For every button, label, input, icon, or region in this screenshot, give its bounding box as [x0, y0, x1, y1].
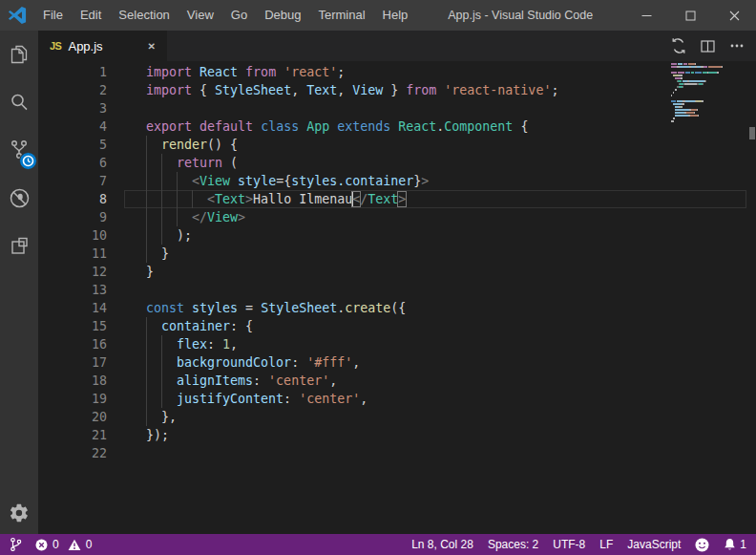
code-editor[interactable]: 1import React from 'react';2import { Sty… — [38, 61, 756, 534]
code-line-13[interactable]: 13 — [38, 281, 756, 299]
line-number[interactable]: 16 — [38, 335, 107, 353]
status-bar: 0 0 Ln 8, Col 28 Spaces: 2 UTF-8 LF Java… — [0, 534, 756, 555]
feedback-smiley-icon[interactable] — [695, 538, 709, 552]
cursor-position[interactable]: Ln 8, Col 28 — [411, 538, 473, 551]
code-line-3[interactable]: 3 — [38, 99, 756, 117]
line-number[interactable]: 6 — [38, 154, 107, 172]
git-branch-icon[interactable] — [10, 537, 22, 552]
window-title: App.js - Visual Studio Code — [416, 9, 624, 22]
window-controls — [624, 0, 756, 31]
code-text: }); — [146, 426, 169, 444]
code-text: backgroundColor: '#fff', — [146, 353, 360, 372]
code-line-21[interactable]: 21}); — [38, 426, 756, 444]
menu-item-debug[interactable]: Debug — [256, 0, 309, 31]
line-number[interactable]: 2 — [38, 81, 107, 99]
minimize-button[interactable] — [624, 0, 668, 31]
code-text: </View> — [146, 208, 245, 226]
code-text: const styles = StyleSheet.create({ — [146, 299, 406, 317]
eol-setting[interactable]: LF — [599, 538, 613, 551]
encoding-setting[interactable]: UTF-8 — [553, 538, 585, 551]
code-line-8[interactable]: 8 <Text>Hallo Ilmenau</Text> — [38, 190, 756, 208]
code-text: flex: 1, — [146, 335, 238, 353]
extensions-icon[interactable] — [0, 223, 38, 268]
code-text: container: { — [146, 317, 253, 335]
code-line-20[interactable]: 20 }, — [38, 408, 756, 426]
menu-item-selection[interactable]: Selection — [110, 0, 178, 31]
split-editor-icon[interactable] — [700, 38, 716, 54]
line-number[interactable]: 13 — [38, 281, 107, 299]
line-number[interactable]: 11 — [38, 245, 107, 263]
code-text: return ( — [146, 154, 238, 172]
code-line-16[interactable]: 16 flex: 1, — [38, 335, 756, 353]
notifications-bell[interactable]: 1 — [724, 538, 746, 552]
bell-icon — [724, 538, 736, 552]
language-mode[interactable]: JavaScript — [627, 538, 681, 551]
code-line-22[interactable]: 22 — [38, 444, 756, 462]
code-line-4[interactable]: 4export default class App extends React.… — [38, 117, 756, 136]
line-number[interactable]: 21 — [38, 426, 107, 444]
overview-ruler-cursor-marker[interactable] — [749, 127, 755, 139]
code-line-12[interactable]: 12} — [38, 263, 756, 281]
code-line-15[interactable]: 15 container: { — [38, 317, 756, 335]
code-line-18[interactable]: 18 alignItems: 'center', — [38, 372, 756, 390]
code-line-19[interactable]: 19 justifyContent: 'center', — [38, 390, 756, 408]
activity-bar — [0, 31, 38, 534]
problems-indicator[interactable]: 0 0 — [35, 538, 92, 551]
editor-actions — [670, 31, 756, 61]
tab-label: App.js — [68, 39, 102, 53]
menu-item-edit[interactable]: Edit — [72, 0, 110, 31]
code-line-17[interactable]: 17 backgroundColor: '#fff', — [38, 353, 756, 372]
error-icon — [35, 539, 48, 551]
menu-item-view[interactable]: View — [178, 0, 222, 31]
settings-gear-icon[interactable] — [0, 502, 38, 523]
notification-count: 1 — [740, 538, 746, 551]
line-number[interactable]: 5 — [38, 136, 107, 154]
line-number[interactable]: 14 — [38, 299, 107, 317]
code-text: } — [146, 263, 154, 281]
line-number[interactable]: 3 — [38, 99, 107, 117]
minimap[interactable] — [671, 63, 726, 126]
menu-item-help[interactable]: Help — [374, 0, 417, 31]
tab-bar: JS App.js ✕ — [38, 31, 756, 61]
line-number[interactable]: 1 — [38, 63, 107, 81]
line-number[interactable]: 10 — [38, 226, 107, 245]
code-line-9[interactable]: 9 </View> — [38, 208, 756, 226]
code-line-14[interactable]: 14const styles = StyleSheet.create({ — [38, 299, 756, 317]
menu-item-file[interactable]: File — [34, 0, 72, 31]
code-text: import { StyleSheet, Text, View } from '… — [146, 81, 558, 99]
menu-item-terminal[interactable]: Terminal — [309, 0, 373, 31]
source-control-icon[interactable] — [0, 127, 38, 173]
indentation-setting[interactable]: Spaces: 2 — [488, 538, 538, 551]
line-number[interactable]: 19 — [38, 390, 107, 408]
code-lines: 1import React from 'react';2import { Sty… — [38, 63, 756, 462]
line-number[interactable]: 17 — [38, 353, 107, 372]
search-icon[interactable] — [0, 79, 38, 125]
maximize-button[interactable] — [668, 0, 712, 31]
code-line-1[interactable]: 1import React from 'react'; — [38, 63, 756, 81]
line-number[interactable]: 22 — [38, 444, 107, 462]
line-number[interactable]: 20 — [38, 408, 107, 426]
vscode-window: { "window": { "title": "App.js - Visual … — [0, 0, 756, 555]
line-number[interactable]: 8 — [38, 190, 107, 208]
menu-item-go[interactable]: Go — [222, 0, 256, 31]
code-line-6[interactable]: 6 return ( — [38, 154, 756, 172]
more-actions-icon[interactable] — [728, 37, 746, 54]
line-number[interactable]: 18 — [38, 372, 107, 390]
explorer-icon[interactable] — [0, 32, 38, 77]
code-line-10[interactable]: 10 ); — [38, 226, 756, 245]
code-line-2[interactable]: 2import { StyleSheet, Text, View } from … — [38, 81, 756, 99]
debug-icon[interactable] — [0, 175, 38, 221]
line-number[interactable]: 9 — [38, 208, 107, 226]
line-number[interactable]: 12 — [38, 263, 107, 281]
tab-close-icon[interactable]: ✕ — [148, 41, 156, 52]
code-text: <Text>Hallo Ilmenau</Text> — [146, 190, 406, 208]
close-button[interactable] — [712, 0, 756, 31]
code-line-11[interactable]: 11 } — [38, 245, 756, 263]
line-number[interactable]: 7 — [38, 172, 107, 190]
open-changes-icon[interactable] — [670, 37, 687, 54]
code-line-7[interactable]: 7 <View style={styles.container}> — [38, 172, 756, 190]
line-number[interactable]: 4 — [38, 117, 107, 136]
tab-appjs[interactable]: JS App.js ✕ — [38, 31, 167, 61]
code-line-5[interactable]: 5 render() { — [38, 136, 756, 154]
line-number[interactable]: 15 — [38, 317, 107, 335]
